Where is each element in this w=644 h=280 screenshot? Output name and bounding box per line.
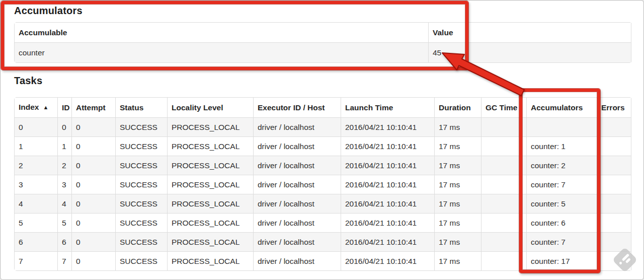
cell-locality-level: PROCESS_LOCAL [168,137,254,156]
column-header-index[interactable]: Index▲ [15,98,58,118]
cell-accumulable: counter [15,43,429,63]
column-label: Attempt [76,103,106,112]
column-header-id[interactable]: ID [58,98,72,118]
cell-locality-level: PROCESS_LOCAL [168,214,254,233]
sort-ascending-icon: ▲ [43,104,48,110]
task-row: 110SUCCESSPROCESS_LOCALdriver / localhos… [15,137,631,156]
cell-executor-id-host: driver / localhost [254,194,341,214]
cell-id: 4 [58,194,72,214]
column-header-launch-time[interactable]: Launch Time [341,98,435,118]
cell-executor-id-host: driver / localhost [254,156,341,175]
cell-gc-time [481,156,527,175]
column-header-gc-time[interactable]: GC Time [481,98,527,118]
cell-index: 6 [15,233,58,252]
tasks-header-row: Index▲IDAttemptStatusLocality LevelExecu… [15,98,631,118]
cell-gc-time [481,137,527,156]
cell-accumulators: counter: 5 [527,194,597,214]
column-label: Launch Time [345,103,393,112]
cell-status: SUCCESS [116,137,168,156]
cell-executor-id-host: driver / localhost [254,175,341,194]
cell-locality-level: PROCESS_LOCAL [168,233,254,252]
column-label: GC Time [486,103,517,112]
cell-status: SUCCESS [116,156,168,175]
column-header-executor-id-host[interactable]: Executor ID / Host [254,98,341,118]
cell-attempt: 0 [72,252,116,271]
cell-executor-id-host: driver / localhost [254,137,341,156]
cell-id: 1 [58,137,72,156]
cell-errors [597,118,631,137]
task-row: 220SUCCESSPROCESS_LOCALdriver / localhos… [15,156,631,175]
cell-gc-time [481,252,527,271]
cell-accumulators: counter: 17 [527,252,597,271]
cell-attempt: 0 [72,233,116,252]
column-label: Accumulators [531,103,583,112]
cell-gc-time [481,233,527,252]
cell-attempt: 0 [72,214,116,233]
cell-gc-time [481,175,527,194]
cell-gc-time [481,194,527,214]
column-header-accumulable[interactable]: Accumulable [15,23,429,43]
cell-index: 7 [15,252,58,271]
column-label: Errors [601,103,625,112]
task-row: 770SUCCESSPROCESS_LOCALdriver / localhos… [15,252,631,271]
cell-status: SUCCESS [116,118,168,137]
cell-accumulators: counter: 6 [527,214,597,233]
cell-id: 7 [58,252,72,271]
task-row: 660SUCCESSPROCESS_LOCALdriver / localhos… [15,233,631,252]
cell-errors [597,194,631,214]
column-label: Status [120,103,143,112]
cell-accumulators: counter: 2 [527,156,597,175]
cell-duration: 17 ms [435,233,481,252]
cell-id: 5 [58,214,72,233]
cell-accumulators [527,118,597,137]
column-header-duration[interactable]: Duration [435,98,481,118]
task-row: 000SUCCESSPROCESS_LOCALdriver / localhos… [15,118,631,137]
column-header-attempt[interactable]: Attempt [72,98,116,118]
cell-duration: 17 ms [435,175,481,194]
cell-duration: 17 ms [435,137,481,156]
task-row: 440SUCCESSPROCESS_LOCALdriver / localhos… [15,194,631,214]
cell-status: SUCCESS [116,233,168,252]
cell-duration: 17 ms [435,194,481,214]
column-label: Duration [439,103,471,112]
cell-attempt: 0 [72,137,116,156]
column-header-errors[interactable]: Errors [597,98,631,118]
cell-errors [597,175,631,194]
cell-index: 1 [15,137,58,156]
cell-attempt: 0 [72,156,116,175]
cell-attempt: 0 [72,194,116,214]
column-label: Locality Level [172,103,223,112]
column-header-status[interactable]: Status [116,98,168,118]
cell-launch-time: 2016/04/21 10:10:41 [341,156,435,175]
cell-accumulators: counter: 1 [527,137,597,156]
cell-launch-time: 2016/04/21 10:10:41 [341,194,435,214]
accumulators-heading: Accumulators [14,5,83,17]
cell-id: 0 [58,118,72,137]
column-label: Executor ID / Host [258,103,325,112]
spark-stage-page: Accumulators Accumulable Value counter 4… [0,0,644,280]
cell-index: 3 [15,175,58,194]
cell-id: 2 [58,156,72,175]
cell-id: 6 [58,233,72,252]
column-header-value[interactable]: Value [429,23,631,43]
cell-locality-level: PROCESS_LOCAL [168,175,254,194]
cell-index: 2 [15,156,58,175]
cell-accumulators: counter: 7 [527,175,597,194]
cell-locality-level: PROCESS_LOCAL [168,118,254,137]
cell-value: 45 [429,43,631,63]
column-header-locality-level[interactable]: Locality Level [168,98,254,118]
column-header-accumulators[interactable]: Accumulators [527,98,597,118]
cell-attempt: 0 [72,118,116,137]
cell-duration: 17 ms [435,252,481,271]
cell-status: SUCCESS [116,175,168,194]
tasks-table: Index▲IDAttemptStatusLocality LevelExecu… [14,97,632,271]
column-label: ID [62,103,70,112]
accumulators-header-row: Accumulable Value [15,23,631,43]
cell-attempt: 0 [72,175,116,194]
cell-status: SUCCESS [116,194,168,214]
cell-launch-time: 2016/04/21 10:10:41 [341,118,435,137]
cell-gc-time [481,118,527,137]
cell-locality-level: PROCESS_LOCAL [168,156,254,175]
column-label: Index [19,103,39,111]
accumulator-row: counter 45 [15,43,631,63]
